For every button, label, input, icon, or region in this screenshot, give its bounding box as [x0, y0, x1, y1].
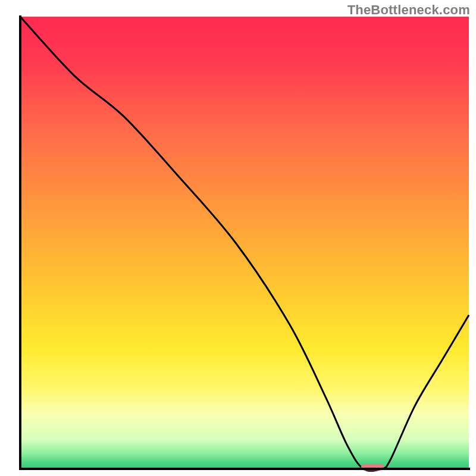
bottleneck-chart — [0, 0, 476, 476]
plot-background — [20, 17, 469, 469]
chart-container: TheBottleneck.com — [0, 0, 476, 476]
attribution-label: TheBottleneck.com — [347, 2, 470, 18]
